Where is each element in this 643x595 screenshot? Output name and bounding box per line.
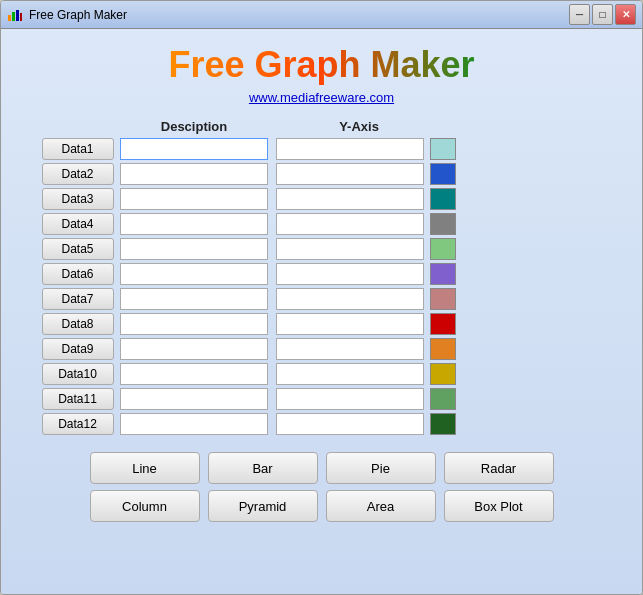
data-label-button[interactable]: Data10 bbox=[42, 363, 114, 385]
description-header: Desciption bbox=[117, 119, 272, 134]
buttons-row-2: ColumnPyramidAreaBox Plot bbox=[67, 490, 577, 522]
data-row: Data1 bbox=[42, 138, 602, 160]
yaxis-input[interactable] bbox=[276, 338, 424, 360]
description-input[interactable] bbox=[120, 238, 268, 260]
data-row: Data5 bbox=[42, 238, 602, 260]
buttons-row-1: LineBarPieRadar bbox=[67, 452, 577, 484]
graph-type-button[interactable]: Line bbox=[90, 452, 200, 484]
data-label-button[interactable]: Data5 bbox=[42, 238, 114, 260]
yaxis-input[interactable] bbox=[276, 138, 424, 160]
window-controls: ─ □ ✕ bbox=[569, 4, 636, 25]
yaxis-input[interactable] bbox=[276, 363, 424, 385]
color-swatch[interactable] bbox=[430, 213, 456, 235]
data-label-button[interactable]: Data4 bbox=[42, 213, 114, 235]
data-label-button[interactable]: Data1 bbox=[42, 138, 114, 160]
yaxis-input[interactable] bbox=[276, 413, 424, 435]
color-swatch[interactable] bbox=[430, 238, 456, 260]
title-bar: Free Graph Maker ─ □ ✕ bbox=[1, 1, 642, 29]
yaxis-input[interactable] bbox=[276, 313, 424, 335]
data-label-button[interactable]: Data6 bbox=[42, 263, 114, 285]
data-label-button[interactable]: Data11 bbox=[42, 388, 114, 410]
data-row: Data6 bbox=[42, 263, 602, 285]
color-swatch[interactable] bbox=[430, 263, 456, 285]
description-input[interactable] bbox=[120, 263, 268, 285]
app-icon bbox=[7, 7, 23, 23]
color-swatch[interactable] bbox=[430, 138, 456, 160]
svg-rect-2 bbox=[16, 10, 19, 21]
yaxis-input[interactable] bbox=[276, 188, 424, 210]
close-button[interactable]: ✕ bbox=[615, 4, 636, 25]
description-input[interactable] bbox=[120, 313, 268, 335]
yaxis-input[interactable] bbox=[276, 263, 424, 285]
description-input[interactable] bbox=[120, 413, 268, 435]
yaxis-input[interactable] bbox=[276, 288, 424, 310]
graph-buttons-section: LineBarPieRadar ColumnPyramidAreaBox Plo… bbox=[67, 452, 577, 522]
color-swatch[interactable] bbox=[430, 188, 456, 210]
data-row: Data8 bbox=[42, 313, 602, 335]
data-label-button[interactable]: Data7 bbox=[42, 288, 114, 310]
data-row: Data3 bbox=[42, 188, 602, 210]
data-row: Data2 bbox=[42, 163, 602, 185]
graph-type-button[interactable]: Pyramid bbox=[208, 490, 318, 522]
graph-type-button[interactable]: Radar bbox=[444, 452, 554, 484]
window-title: Free Graph Maker bbox=[29, 8, 569, 22]
data-section: Desciption Y-Axis Data1Data2Data3Data4Da… bbox=[21, 119, 622, 438]
data-row: Data9 bbox=[42, 338, 602, 360]
data-rows-container: Data1Data2Data3Data4Data5Data6Data7Data8… bbox=[42, 138, 602, 438]
color-swatch[interactable] bbox=[430, 288, 456, 310]
description-input[interactable] bbox=[120, 213, 268, 235]
yaxis-input[interactable] bbox=[276, 163, 424, 185]
svg-rect-0 bbox=[8, 15, 11, 21]
website-link[interactable]: www.mediafreeware.com bbox=[249, 90, 394, 105]
column-headers: Desciption Y-Axis bbox=[117, 119, 607, 134]
data-row: Data10 bbox=[42, 363, 602, 385]
graph-type-button[interactable]: Bar bbox=[208, 452, 318, 484]
description-input[interactable] bbox=[120, 388, 268, 410]
maximize-button[interactable]: □ bbox=[592, 4, 613, 25]
main-window: Free Graph Maker ─ □ ✕ Free Graph Maker … bbox=[0, 0, 643, 595]
data-label-button[interactable]: Data8 bbox=[42, 313, 114, 335]
description-input[interactable] bbox=[120, 138, 268, 160]
svg-rect-1 bbox=[12, 12, 15, 21]
graph-type-button[interactable]: Pie bbox=[326, 452, 436, 484]
data-label-button[interactable]: Data9 bbox=[42, 338, 114, 360]
color-swatch[interactable] bbox=[430, 363, 456, 385]
app-title: Free Graph Maker bbox=[168, 44, 474, 86]
graph-type-button[interactable]: Box Plot bbox=[444, 490, 554, 522]
description-input[interactable] bbox=[120, 188, 268, 210]
color-swatch[interactable] bbox=[430, 338, 456, 360]
description-input[interactable] bbox=[120, 288, 268, 310]
yaxis-input[interactable] bbox=[276, 388, 424, 410]
data-label-button[interactable]: Data2 bbox=[42, 163, 114, 185]
content-area: Free Graph Maker www.mediafreeware.com D… bbox=[1, 29, 642, 594]
data-label-button[interactable]: Data3 bbox=[42, 188, 114, 210]
graph-type-button[interactable]: Area bbox=[326, 490, 436, 522]
data-label-button[interactable]: Data12 bbox=[42, 413, 114, 435]
data-row: Data11 bbox=[42, 388, 602, 410]
yaxis-input[interactable] bbox=[276, 213, 424, 235]
data-row: Data7 bbox=[42, 288, 602, 310]
svg-rect-3 bbox=[20, 13, 22, 21]
graph-type-button[interactable]: Column bbox=[90, 490, 200, 522]
color-swatch[interactable] bbox=[430, 163, 456, 185]
yaxis-input[interactable] bbox=[276, 238, 424, 260]
description-input[interactable] bbox=[120, 163, 268, 185]
yaxis-header: Y-Axis bbox=[282, 119, 437, 134]
color-swatch[interactable] bbox=[430, 413, 456, 435]
color-swatch[interactable] bbox=[430, 313, 456, 335]
data-row: Data12 bbox=[42, 413, 602, 435]
data-row: Data4 bbox=[42, 213, 602, 235]
description-input[interactable] bbox=[120, 338, 268, 360]
color-swatch[interactable] bbox=[430, 388, 456, 410]
description-input[interactable] bbox=[120, 363, 268, 385]
minimize-button[interactable]: ─ bbox=[569, 4, 590, 25]
